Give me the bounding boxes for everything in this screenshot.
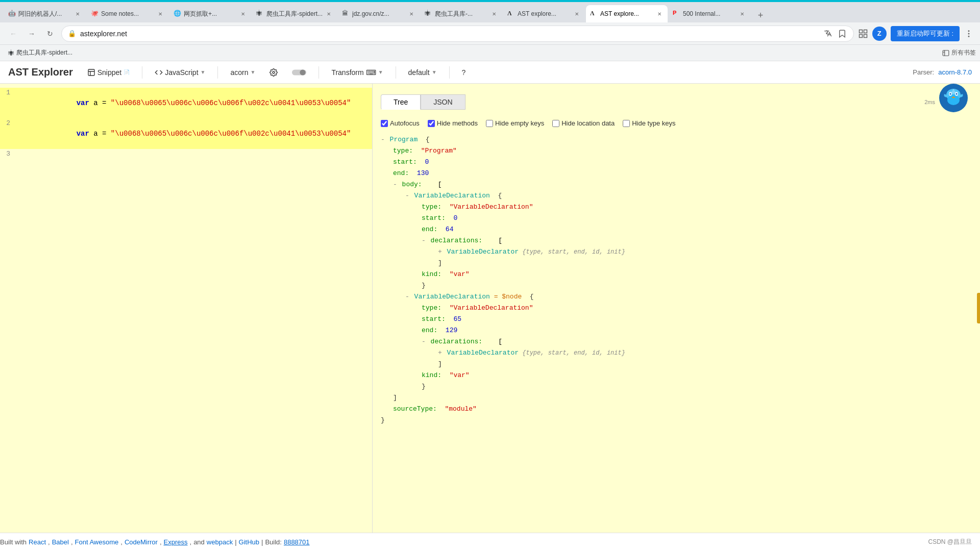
collapse-vartor-2[interactable]: + — [438, 347, 442, 359]
footer-react-link[interactable]: React — [29, 538, 46, 546]
collapse-vardecl-1[interactable]: - — [405, 190, 409, 202]
forward-button[interactable]: → — [24, 27, 39, 41]
toolbar-divider-4 — [396, 66, 396, 79]
tab-favicon-7: Λ — [507, 10, 516, 18]
tab-close-4[interactable]: ✕ — [325, 10, 333, 18]
tab-label-4: 爬虫工具库-spidert... — [266, 10, 323, 18]
footer-webpack-link[interactable]: webpack — [207, 538, 233, 546]
parser-button[interactable]: acorn ▼ — [226, 66, 259, 79]
toolbar-divider-5 — [449, 66, 450, 79]
tree-line-vardecl-2: - VariableDeclaration = $node { — [381, 291, 972, 303]
nav-bar: ← → ↻ 🔒 astexplorer.net Z 重新启动即可更新 : — [0, 22, 980, 45]
bookmark-item-1[interactable]: 🕷 爬虫工具库-spidert... — [4, 47, 77, 58]
parser-chevron: ▼ — [250, 69, 255, 75]
help-button[interactable]: ? — [458, 66, 470, 79]
editor-content[interactable]: 1 var a = "\u0068\u0065\u006c\u006c\u006… — [0, 84, 372, 533]
tab-label-6: 爬虫工具库-... — [435, 10, 488, 18]
tab-close-3[interactable]: ✕ — [239, 10, 247, 18]
hide-type-keys-checkbox[interactable] — [623, 120, 630, 127]
tab-json[interactable]: JSON — [421, 94, 465, 110]
tab-label-9: 500 Internal... — [683, 10, 736, 17]
main-split: 1 var a = "\u0068\u0065\u006c\u006c\u006… — [0, 84, 980, 533]
new-tab-button[interactable]: + — [753, 8, 768, 22]
browser-tab-8[interactable]: Λ AST explore... ✕ — [586, 5, 668, 22]
autofocus-checkbox[interactable] — [381, 120, 388, 127]
timing-badge: 2ms — [920, 98, 939, 106]
tree-line-start: start: 0 — [381, 157, 972, 168]
default-button[interactable]: default ▼ — [404, 66, 441, 79]
collapse-declarations-2[interactable]: - — [422, 336, 426, 347]
transform-chevron: ▼ — [378, 69, 383, 75]
toolbar-divider-1 — [142, 66, 142, 79]
hide-type-keys-option[interactable]: Hide type keys — [623, 119, 675, 127]
toggle-button[interactable] — [288, 66, 310, 79]
footer-express-link[interactable]: Express — [164, 538, 188, 546]
browser-tab-2[interactable]: 🐙 Some notes... ✕ — [87, 5, 168, 22]
back-button[interactable]: ← — [6, 27, 20, 41]
settings-button[interactable] — [265, 66, 282, 79]
browser-tab-3[interactable]: 🌐 网页抓取+... ✕ — [169, 5, 251, 22]
hide-methods-checkbox[interactable] — [428, 120, 435, 127]
transform-icon: ⌨ — [366, 68, 376, 77]
collapse-vartor-1[interactable]: + — [438, 246, 442, 258]
tab-close-5[interactable]: ✕ — [407, 10, 415, 18]
footer-build-number-link[interactable]: 8888701 — [284, 538, 310, 546]
browser-tab-1[interactable]: 🤖 阿旧的机器人/... ✕ — [4, 5, 86, 22]
translate-icon[interactable] — [823, 29, 833, 39]
collapse-program[interactable]: - — [381, 134, 385, 145]
autofocus-option[interactable]: Autofocus — [381, 119, 420, 127]
restart-button[interactable]: 重新启动即可更新 : — [891, 26, 960, 41]
footer-github-link[interactable]: GitHub — [239, 538, 259, 546]
browser-tab-7[interactable]: Λ AST explore... ✕ — [503, 5, 585, 22]
svg-point-4 — [968, 31, 969, 32]
tab-close-9[interactable]: ✕ — [738, 10, 746, 18]
transform-button[interactable]: Transform ⌨ ▼ — [327, 66, 387, 79]
bird-mascot — [939, 84, 972, 116]
tree-line-close-body: ] — [381, 392, 972, 404]
tab-favicon-1: 🤖 — [8, 10, 16, 18]
language-button[interactable]: JavaScript ▼ — [151, 66, 209, 79]
browser-tab-9[interactable]: P 500 Internal... ✕ — [669, 5, 750, 22]
tree-line-start-2: start: 65 — [381, 314, 972, 325]
browser-tab-6[interactable]: 🕷 爬虫工具库-... ✕ — [421, 5, 502, 22]
hide-location-data-option[interactable]: Hide location data — [552, 119, 615, 127]
tab-tree[interactable]: Tree — [381, 94, 421, 110]
extensions-icon[interactable] — [858, 29, 868, 39]
toolbar-divider-3 — [318, 66, 319, 79]
svg-rect-8 — [88, 69, 94, 76]
collapse-body[interactable]: - — [393, 179, 397, 190]
address-bar[interactable]: 🔒 astexplorer.net — [61, 26, 854, 42]
collapse-declarations-1[interactable]: - — [422, 235, 426, 246]
ast-pane: Tree JSON 2ms — [373, 84, 980, 533]
hide-location-data-checkbox[interactable] — [552, 120, 559, 127]
snippet-button[interactable]: Snippet 📄 — [83, 66, 134, 79]
collapse-vardecl-2[interactable]: - — [405, 291, 409, 303]
footer-codemirror-link[interactable]: CodeMirror — [125, 538, 158, 546]
hide-empty-keys-option[interactable]: Hide empty keys — [486, 119, 544, 127]
ast-tree-content[interactable]: - Program { type: "Program" star — [373, 130, 980, 533]
hide-methods-option[interactable]: Hide methods — [428, 119, 478, 127]
tab-close-2[interactable]: ✕ — [156, 10, 164, 18]
bookmarks-bar: 🕷 爬虫工具库-spidert... 所有书签 — [0, 45, 980, 61]
browser-tab-4[interactable]: 🕷 爬虫工具库-spidert... ✕ — [252, 5, 337, 22]
profile-icon[interactable]: Z — [872, 27, 887, 41]
parser-label: acorn — [230, 68, 248, 77]
tab-close-8[interactable]: ✕ — [655, 10, 664, 18]
menu-icon[interactable] — [964, 29, 974, 39]
hide-empty-keys-checkbox[interactable] — [486, 120, 493, 127]
all-bookmarks[interactable]: 所有书签 — [942, 48, 976, 57]
tab-close-6[interactable]: ✕ — [490, 10, 498, 18]
tree-line-close-arr-1: ] — [381, 258, 972, 269]
browser-tab-5[interactable]: 🏛 jdz.gov.cn/z... ✕ — [338, 5, 420, 22]
footer-fontawesome-link[interactable]: Font Awesome — [75, 538, 119, 546]
footer-and: and — [193, 538, 205, 546]
footer-babel-link[interactable]: Babel — [52, 538, 69, 546]
reload-button[interactable]: ↻ — [43, 27, 57, 41]
tab-close-7[interactable]: ✕ — [573, 10, 581, 18]
parser-version-link[interactable]: acorn-8.7.0 — [938, 68, 972, 76]
tab-close-1[interactable]: ✕ — [74, 10, 82, 18]
tree-line-end-1: end: 64 — [381, 224, 972, 235]
default-label: default — [408, 68, 430, 77]
bookmark-icon[interactable] — [837, 29, 847, 39]
ast-pane-wrapper: Tree JSON 2ms — [373, 84, 980, 533]
